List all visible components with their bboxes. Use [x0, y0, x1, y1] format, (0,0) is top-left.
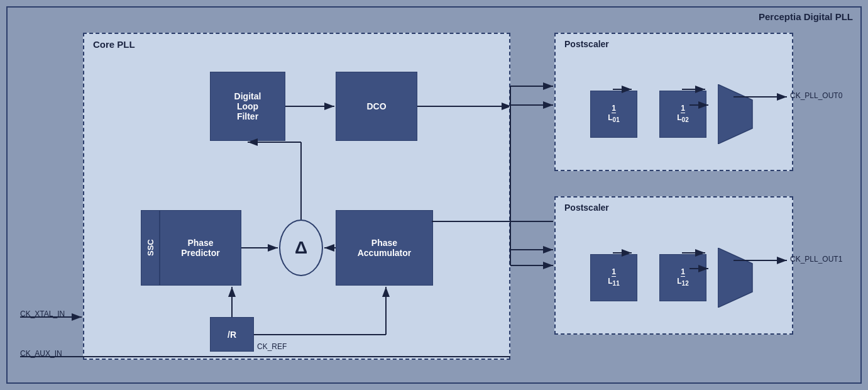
page-title: Perceptia Digital PLL — [759, 11, 853, 22]
delta-block: Δ — [279, 220, 323, 276]
ck-pll-out1-label: CK_PLL_OUT1 — [790, 255, 842, 264]
ck-ref-label: CK_REF — [257, 342, 287, 351]
divider-r-label: /R — [228, 330, 236, 340]
dlf-block: DigitalLoopFilter — [210, 72, 285, 141]
postscaler-top-div2: 1 L02 — [659, 91, 706, 138]
outer-container: Perceptia Digital PLL Core PLL DigitalLo… — [6, 6, 862, 384]
phase-accumulator-label: PhaseAccumulator — [358, 238, 412, 258]
phase-predictor-label: PhasePredictor — [181, 238, 219, 258]
core-arrows-svg — [84, 34, 509, 359]
postscaler-top-label: Postscaler — [564, 39, 609, 49]
ps-top-div2-num: 1 — [681, 104, 685, 113]
svg-marker-31 — [718, 248, 752, 308]
postscaler-top-box: Postscaler 1 L01 1 L02 — [554, 33, 793, 171]
ps-top-div1-den: L01 — [608, 114, 619, 123]
dco-block: DCO — [336, 72, 417, 141]
svg-marker-30 — [718, 84, 752, 144]
postscaler-bottom-mux — [718, 248, 755, 308]
postscaler-top-div1: 1 L01 — [590, 91, 637, 138]
ssc-block: SSC — [141, 210, 160, 286]
postscaler-bottom-box: Postscaler 1 L11 1 L12 — [554, 196, 793, 335]
ps-top-div1-num: 1 — [612, 104, 616, 113]
ps-top-div2-den: L02 — [677, 114, 688, 123]
core-pll-box: Core PLL DigitalLoopFilter DCO SSC Phase… — [83, 33, 510, 360]
phase-predictor-block: PhasePredictor — [160, 210, 241, 286]
core-pll-label: Core PLL — [93, 39, 135, 50]
divider-r-block: /R — [210, 317, 254, 352]
ck-xtal-in-label: CK_XTAL_IN — [20, 309, 65, 318]
ps-bot-div1-den: L11 — [608, 277, 619, 287]
ck-aux-in-label: CK_AUX_IN — [20, 349, 62, 358]
postscaler-bottom-label: Postscaler — [564, 203, 609, 213]
dco-label: DCO — [366, 101, 386, 111]
phase-accumulator-block: PhaseAccumulator — [336, 210, 433, 286]
ps-bot-div2-den: L12 — [677, 277, 688, 287]
delta-label: Δ — [295, 238, 307, 258]
postscaler-top-mux — [718, 84, 755, 144]
ck-pll-out0-label: CK_PLL_OUT0 — [790, 91, 842, 100]
ssc-label: SSC — [146, 240, 155, 257]
postscaler-bottom-div2: 1 L12 — [659, 254, 706, 301]
ps-bot-div1-num: 1 — [612, 268, 616, 277]
postscaler-bottom-div1: 1 L11 — [590, 254, 637, 301]
ps-bot-div2-num: 1 — [681, 268, 685, 277]
dlf-label: DigitalLoopFilter — [234, 91, 261, 121]
